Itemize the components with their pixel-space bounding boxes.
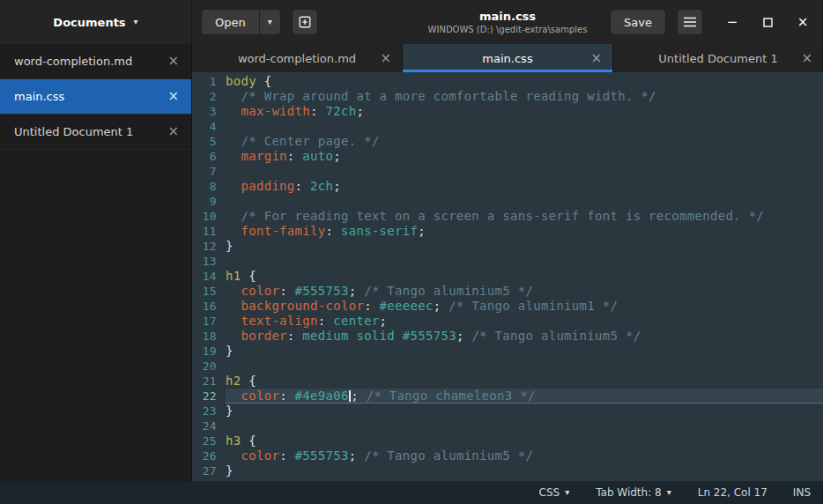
line-number: 19 bbox=[192, 344, 226, 359]
code-text bbox=[226, 194, 823, 209]
line-number: 12 bbox=[192, 239, 226, 254]
code-text bbox=[226, 164, 823, 179]
code-line[interactable]: 14h1 { bbox=[192, 269, 823, 284]
side-panel-header: Documents ▾ bbox=[0, 0, 192, 44]
line-number: 2 bbox=[192, 89, 226, 104]
code-line[interactable]: 24 bbox=[192, 419, 823, 434]
code-line[interactable]: 5 /* Center page. */ bbox=[192, 134, 823, 149]
code-text: body { bbox=[226, 74, 823, 89]
line-number: 24 bbox=[192, 419, 226, 434]
line-number: 26 bbox=[192, 448, 226, 463]
tab-untitled-document-1[interactable]: Untitled Document 1× bbox=[613, 44, 823, 72]
document-name: word-completion.md bbox=[14, 55, 166, 68]
code-text: } bbox=[226, 344, 823, 359]
close-icon[interactable]: × bbox=[378, 52, 393, 65]
code-line[interactable]: 17 text-align: center; bbox=[192, 314, 823, 329]
code-text: } bbox=[226, 239, 823, 254]
line-number: 3 bbox=[192, 104, 226, 119]
line-number: 7 bbox=[192, 164, 226, 179]
minimize-icon: − bbox=[727, 14, 738, 30]
tab-width-selector[interactable]: Tab Width: 8 ▾ bbox=[582, 481, 685, 504]
code-line[interactable]: 3 max-width: 72ch; bbox=[192, 104, 823, 119]
code-line[interactable]: 6 margin: auto; bbox=[192, 149, 823, 164]
code-line[interactable]: 20 bbox=[192, 359, 823, 374]
save-button[interactable]: Save bbox=[610, 9, 666, 35]
new-tab-button[interactable] bbox=[292, 9, 318, 35]
code-line[interactable]: 7 bbox=[192, 164, 823, 179]
close-icon[interactable]: × bbox=[166, 125, 181, 138]
code-text bbox=[226, 419, 823, 434]
code-line[interactable]: 2 /* Wrap around at a more comfortable r… bbox=[192, 89, 823, 104]
close-icon[interactable]: × bbox=[166, 55, 181, 68]
main-area: word-completion.md×main.css×Untitled Doc… bbox=[0, 44, 823, 481]
code-line[interactable]: 13 bbox=[192, 254, 823, 269]
code-line[interactable]: 15 color: #555753; /* Tango aluminium5 *… bbox=[192, 284, 823, 299]
line-number: 15 bbox=[192, 284, 226, 299]
close-icon[interactable]: × bbox=[799, 52, 814, 65]
documents-menu-button[interactable]: Documents ▾ bbox=[53, 16, 137, 29]
code-line[interactable]: 25h3 { bbox=[192, 434, 823, 448]
chevron-down-icon: ▾ bbox=[134, 18, 138, 26]
editor[interactable]: 1body {2 /* Wrap around at a more comfor… bbox=[192, 72, 823, 481]
code-line[interactable]: 16 background-color: #eeeeec; /* Tango a… bbox=[192, 299, 823, 314]
code-line[interactable]: 19} bbox=[192, 344, 823, 359]
code-line[interactable]: 4 bbox=[192, 119, 823, 134]
code-line[interactable]: 11 font-family: sans-serif; bbox=[192, 224, 823, 239]
headerbar: Documents ▾ Open ▾ bbox=[0, 0, 823, 44]
open-dropdown-button[interactable]: ▾ bbox=[259, 9, 281, 35]
code-line[interactable]: 23} bbox=[192, 404, 823, 419]
documents-label: Documents bbox=[53, 16, 125, 29]
code-text bbox=[226, 359, 823, 374]
line-number: 21 bbox=[192, 374, 226, 389]
editor-pane: word-completion.md×main.css×Untitled Doc… bbox=[192, 44, 823, 481]
line-number: 14 bbox=[192, 269, 226, 284]
open-split-button: Open ▾ bbox=[201, 9, 281, 35]
code-line[interactable]: 8 padding: 2ch; bbox=[192, 179, 823, 194]
sidebar-item-main-css[interactable]: main.css× bbox=[0, 79, 191, 115]
maximize-button[interactable] bbox=[756, 11, 779, 33]
language-selector[interactable]: CSS ▾ bbox=[526, 481, 583, 504]
code-line[interactable]: 9 bbox=[192, 194, 823, 209]
code-line[interactable]: 18 border: medium solid #555753; /* Tang… bbox=[192, 329, 823, 344]
chevron-down-icon: ▾ bbox=[565, 488, 569, 497]
code-line[interactable]: 10 /* For reading text on a screen a san… bbox=[192, 209, 823, 224]
minimize-button[interactable]: − bbox=[721, 11, 744, 33]
code-line[interactable]: 12} bbox=[192, 239, 823, 254]
document-title: main.css bbox=[428, 10, 588, 23]
line-number: 27 bbox=[192, 463, 226, 478]
code-line[interactable]: 1body { bbox=[192, 74, 823, 89]
close-icon[interactable]: × bbox=[589, 52, 604, 65]
line-number: 10 bbox=[192, 209, 226, 224]
code-line[interactable]: 27} bbox=[192, 463, 823, 478]
line-number: 1 bbox=[192, 74, 226, 89]
code-text: h3 { bbox=[226, 434, 823, 448]
window-title-block: main.css WINDOWS (D:) \gedit-extra\sampl… bbox=[428, 10, 588, 34]
tab-bar: word-completion.md×main.css×Untitled Doc… bbox=[192, 44, 823, 72]
code-line[interactable]: 22 color: #4e9a06; /* Tango chameleon3 *… bbox=[192, 389, 823, 404]
tab-main-css[interactable]: main.css× bbox=[403, 44, 613, 72]
document-name: main.css bbox=[14, 90, 166, 103]
headerbar-right-group: Save − bbox=[610, 9, 814, 35]
open-button[interactable]: Open bbox=[201, 9, 259, 35]
line-number: 18 bbox=[192, 329, 226, 344]
code-text: font-family: sans-serif; bbox=[226, 224, 823, 239]
cursor-position: Ln 22, Col 17 bbox=[685, 481, 781, 504]
new-tab-icon bbox=[298, 15, 312, 29]
code-line[interactable]: 26 color: #555753; /* Tango aluminium5 *… bbox=[192, 448, 823, 463]
sidebar-item-untitled-document-1[interactable]: Untitled Document 1× bbox=[0, 115, 191, 150]
code-text: margin: auto; bbox=[226, 149, 823, 164]
tab-width-label: Tab Width: 8 bbox=[596, 486, 661, 499]
close-icon: × bbox=[797, 14, 809, 30]
tab-word-completion-md[interactable]: word-completion.md× bbox=[192, 44, 403, 72]
menu-button[interactable] bbox=[677, 9, 703, 35]
line-number: 6 bbox=[192, 149, 226, 164]
line-number: 25 bbox=[192, 434, 226, 448]
document-name: Untitled Document 1 bbox=[14, 125, 166, 138]
code-line[interactable]: 21h2 { bbox=[192, 374, 823, 389]
line-number: 20 bbox=[192, 359, 226, 374]
sidebar-item-word-completion-md[interactable]: word-completion.md× bbox=[0, 44, 191, 79]
tab-label: main.css bbox=[482, 52, 532, 65]
line-number: 16 bbox=[192, 299, 226, 314]
close-icon[interactable]: × bbox=[166, 90, 181, 103]
close-button[interactable]: × bbox=[791, 11, 814, 33]
